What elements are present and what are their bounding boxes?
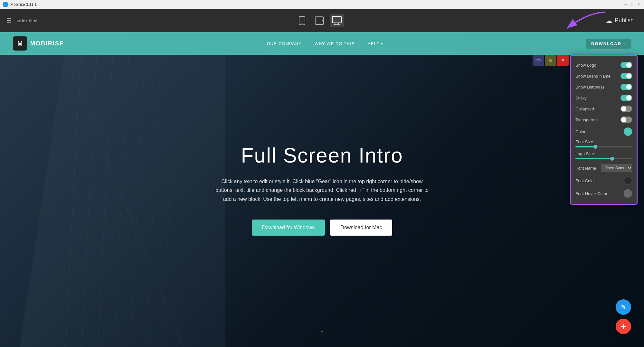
nav-why-we-do[interactable]: WHY WE DO THIS — [315, 41, 355, 46]
sticky-row: Sticky — [571, 92, 637, 103]
font-size-fill — [575, 146, 595, 147]
svg-line-13 — [113, 55, 129, 347]
publish-button[interactable]: ☁ Publish — [602, 14, 638, 27]
app-title: Mobirise 3.11.1 — [10, 2, 37, 7]
minimize-button[interactable]: ─ — [623, 2, 628, 7]
publish-cloud-icon: ☁ — [606, 17, 612, 24]
svg-line-11 — [80, 55, 97, 347]
maximize-button[interactable]: □ — [630, 2, 634, 7]
desktop-icon — [332, 16, 342, 25]
show-logo-toggle[interactable] — [620, 62, 632, 68]
svg-line-12 — [97, 55, 113, 347]
svg-line-21 — [16, 55, 90, 347]
toolbar-left: ☰ index.html — [6, 17, 37, 24]
site-nav: M MOBIRISE OUR COMPANY WHY WE DO THIS HE… — [0, 32, 644, 55]
logo-size-thumb[interactable] — [610, 157, 614, 161]
hero-content: Full Screen Intro Click any text to edit… — [200, 144, 444, 236]
font-size-track[interactable] — [575, 146, 632, 147]
svg-line-14 — [129, 55, 145, 347]
building-illustration — [0, 55, 225, 347]
transparent-label: Transparent — [575, 117, 598, 122]
svg-line-17 — [177, 55, 193, 347]
file-name-label: index.html — [17, 18, 37, 23]
font-name-select[interactable]: Open Sans Roboto Lato Montserrat — [601, 164, 632, 172]
hero-title: Full Screen Intro — [213, 144, 431, 167]
title-bar: Mobirise 3.11.1 ─ □ ✕ — [0, 0, 644, 9]
download-mac-button[interactable]: Download for Mac — [330, 220, 392, 236]
svg-line-10 — [64, 55, 80, 347]
tablet-icon — [315, 16, 324, 25]
transparent-toggle[interactable] — [620, 117, 632, 123]
show-logo-row: Show Logo — [571, 60, 637, 70]
edit-fab-button[interactable]: ✎ — [616, 299, 631, 315]
font-hover-color-swatch[interactable] — [624, 189, 632, 198]
site-logo: M MOBIRISE — [13, 36, 64, 51]
app-logo-icon — [3, 2, 8, 7]
show-brand-name-row: Show Brand Name — [571, 70, 637, 81]
code-editor-button[interactable]: </> — [533, 55, 544, 66]
font-name-row: Font Name Open Sans Roboto Lato Montserr… — [571, 162, 637, 174]
tablet-view-button[interactable] — [312, 14, 327, 27]
svg-rect-4 — [332, 16, 341, 23]
device-view-switcher — [295, 14, 344, 27]
font-size-container: Font Size — [571, 138, 637, 150]
delete-block-button[interactable]: ✕ — [557, 55, 569, 66]
close-button[interactable]: ✕ — [636, 2, 641, 7]
collapsed-label: Collapsed — [575, 107, 594, 111]
svg-point-1 — [302, 23, 303, 24]
logo-size-track[interactable] — [575, 158, 632, 159]
nav-our-company[interactable]: OUR COMPANY — [267, 41, 301, 46]
font-color-row: Font Color — [571, 174, 637, 187]
show-brand-name-toggle[interactable] — [620, 73, 632, 79]
svg-line-15 — [145, 55, 161, 347]
settings-gear-button[interactable]: ⚙ — [545, 55, 556, 66]
app-toolbar: ☰ index.html ☁ — [0, 9, 644, 32]
nav-download-btn[interactable]: DOWNLOAD ↑ — [586, 39, 631, 49]
color-swatch[interactable] — [624, 127, 632, 136]
sticky-label: Sticky — [575, 96, 587, 100]
show-buttons-label: Show Button(s) — [575, 85, 604, 89]
svg-line-20 — [64, 55, 193, 347]
publish-label: Publish — [615, 17, 634, 24]
show-brand-name-label: Show Brand Name — [575, 74, 611, 79]
transparent-row: Transparent — [571, 114, 637, 125]
preview-area: Full Screen Intro Click any text to edit… — [0, 32, 644, 347]
font-hover-color-label: Font Hover Color — [575, 191, 607, 196]
font-size-thumb[interactable] — [593, 145, 597, 149]
brand-name: MOBIRISE — [30, 40, 64, 47]
mobile-icon — [298, 16, 306, 25]
desktop-view-button[interactable] — [330, 14, 344, 27]
hamburger-menu-icon[interactable]: ☰ — [6, 17, 12, 24]
svg-point-3 — [322, 20, 323, 21]
toolbar-right: ☁ Publish — [602, 14, 638, 27]
window-controls[interactable]: ─ □ ✕ — [623, 2, 641, 7]
sticky-toggle[interactable] — [620, 95, 632, 101]
font-name-label: Font Name — [575, 166, 596, 171]
site-nav-links: OUR COMPANY WHY WE DO THIS HELP — [267, 41, 383, 46]
show-buttons-toggle[interactable] — [620, 84, 632, 90]
logo-letter: M — [17, 40, 23, 47]
scroll-down-indicator: ↓ — [320, 325, 324, 334]
hero-buttons: Download for Windows Download for Mac — [213, 220, 431, 236]
download-windows-button[interactable]: Download for Windows — [252, 220, 325, 236]
add-block-fab-button[interactable]: + — [616, 319, 631, 334]
color-row: Color — [571, 125, 637, 138]
hero-description: Click any text to edit or style it. Clic… — [213, 177, 431, 203]
nav-help[interactable]: HELP — [367, 41, 383, 46]
collapsed-toggle[interactable] — [620, 106, 632, 112]
font-color-swatch[interactable] — [624, 176, 632, 185]
site-logo-icon: M — [13, 36, 27, 51]
logo-size-fill — [575, 158, 612, 159]
svg-marker-9 — [16, 55, 225, 347]
collapsed-row: Collapsed — [571, 103, 637, 114]
show-buttons-row: Show Button(s) — [571, 81, 637, 92]
panel-action-buttons: </> ⚙ ✕ — [533, 55, 569, 66]
show-logo-label: Show Logo — [575, 63, 596, 68]
title-bar-left: Mobirise 3.11.1 — [3, 2, 37, 7]
logo-size-label: Logo Size — [575, 151, 632, 156]
settings-panel: Show Logo Show Brand Name Show Button(s)… — [570, 55, 638, 205]
font-color-label: Font Color — [575, 178, 595, 183]
color-label: Color — [575, 129, 585, 134]
mobile-view-button[interactable] — [295, 14, 309, 27]
hero-section: Full Screen Intro Click any text to edit… — [0, 32, 644, 347]
